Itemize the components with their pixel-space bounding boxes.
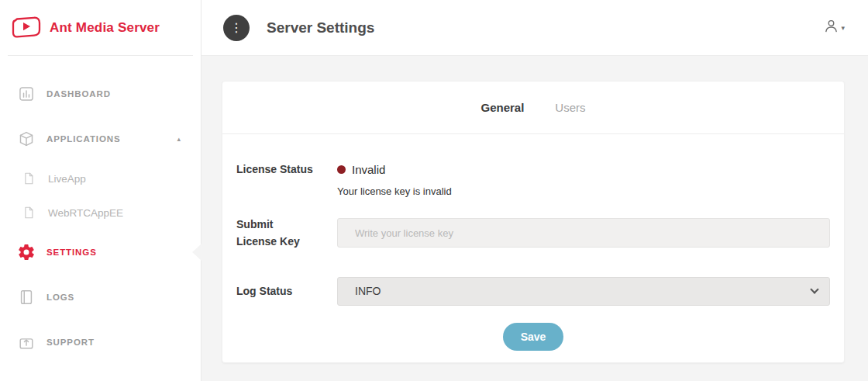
user-menu[interactable]: ▾ (824, 19, 845, 36)
kebab-icon: ⋮ (230, 20, 243, 35)
license-status-label: License Status (236, 162, 314, 176)
sidebar-item-label: LiveApp (48, 173, 86, 185)
save-row: Save (236, 323, 830, 351)
logs-icon (17, 288, 36, 307)
sidebar: Ant Media Server DASHBOARD (0, 0, 202, 381)
active-item-notch (192, 244, 202, 261)
caret-up-icon[interactable]: ▴ (177, 136, 181, 143)
submit-license-row: Submit License Key (236, 216, 830, 251)
sidebar-item-logs[interactable]: LOGS (0, 275, 201, 320)
sidebar-item-label: SETTINGS (46, 248, 97, 257)
file-icon (19, 169, 38, 188)
sidebar-item-applications[interactable]: APPLICATIONS ▴ (0, 116, 201, 161)
license-status-value-group: Invalid Your license key is invalid (337, 162, 830, 197)
license-status-detail: Your license key is invalid (337, 185, 830, 197)
applications-icon (17, 130, 36, 148)
support-icon (17, 333, 36, 352)
status-dot-icon (337, 165, 346, 174)
app-root: Ant Media Server DASHBOARD (0, 0, 868, 381)
tab-users[interactable]: Users (555, 101, 585, 114)
license-status-row: License Status Invalid Your license key … (236, 162, 830, 197)
log-status-label: Log Status (236, 282, 314, 300)
sidebar-item-settings[interactable]: SETTINGS (0, 230, 201, 275)
tabs: General Users (222, 81, 844, 134)
license-status-line: Invalid (337, 162, 830, 176)
brand[interactable]: Ant Media Server (0, 0, 201, 55)
content-area: General Users License Status Invalid You… (202, 56, 868, 381)
page-title: Server Settings (267, 19, 374, 36)
settings-card: General Users License Status Invalid You… (222, 81, 845, 363)
log-status-select-wrap: INFO (337, 277, 830, 306)
save-button[interactable]: Save (503, 323, 564, 351)
topbar: ⋮ Server Settings ▾ (202, 0, 868, 56)
sidebar-item-webrtcappee[interactable]: WebRTCAppEE (0, 196, 201, 230)
kebab-menu-button[interactable]: ⋮ (223, 15, 250, 41)
main-area: ⋮ Server Settings ▾ General Users (202, 0, 868, 381)
caret-down-icon: ▾ (841, 24, 845, 32)
brand-name: Ant Media Server (50, 20, 160, 36)
dashboard-icon (17, 85, 36, 103)
license-status-value: Invalid (352, 163, 385, 176)
user-icon (824, 19, 839, 36)
sidebar-item-dashboard[interactable]: DASHBOARD (0, 71, 201, 116)
file-icon (19, 203, 38, 222)
sidebar-item-label: APPLICATIONS (46, 134, 121, 144)
license-key-input[interactable] (337, 218, 830, 248)
sidebar-item-support[interactable]: SUPPORT (0, 320, 201, 365)
sidebar-item-label: DASHBOARD (46, 89, 111, 99)
tab-general[interactable]: General (480, 101, 524, 114)
sidebar-item-liveapp[interactable]: LiveApp (0, 161, 201, 196)
submit-license-label: Submit License Key (236, 216, 314, 251)
log-status-select[interactable]: INFO (337, 277, 830, 306)
log-status-row: Log Status INFO (236, 277, 830, 306)
sidebar-item-label: SUPPORT (46, 338, 95, 347)
sidebar-menu: DASHBOARD APPLICATIONS ▴ (0, 56, 201, 365)
sidebar-item-label: LOGS (46, 293, 74, 302)
gear-icon (17, 243, 36, 262)
brand-logo-icon (11, 13, 42, 43)
settings-form: License Status Invalid Your license key … (222, 134, 844, 351)
sidebar-item-label: WebRTCAppEE (48, 207, 123, 219)
